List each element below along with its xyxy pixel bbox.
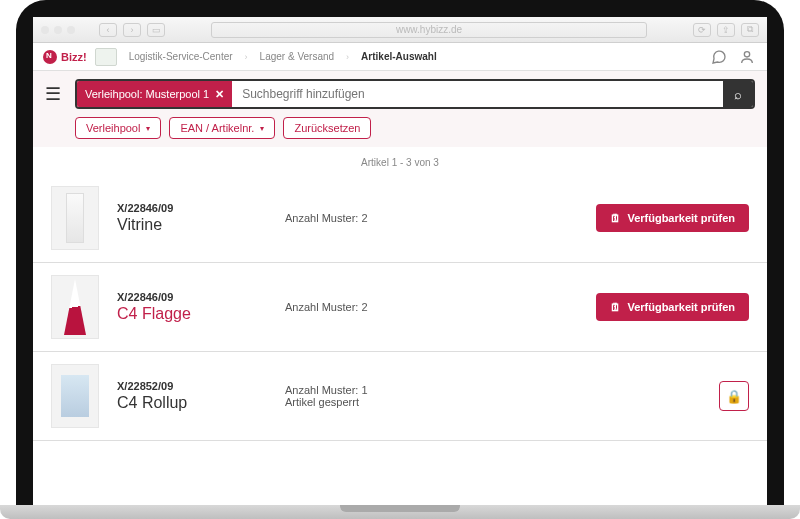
svg-point-0 bbox=[744, 51, 749, 56]
tabs-button[interactable]: ⧉ bbox=[741, 23, 759, 37]
filter-chip-label: Verleihpool: Musterpool 1 bbox=[85, 88, 209, 100]
search-button[interactable]: ⌕ bbox=[723, 81, 753, 107]
article-thumbnail[interactable] bbox=[51, 364, 99, 428]
check-availability-button[interactable]: 🗓 Verfügbarkeit prüfen bbox=[596, 204, 749, 232]
filter-reset[interactable]: Zurücksetzen bbox=[283, 117, 371, 139]
article-title[interactable]: Vitrine bbox=[117, 216, 267, 234]
article-thumbnail[interactable] bbox=[51, 275, 99, 339]
article-meta: Anzahl Muster: 1 Artikel gesperrt bbox=[285, 384, 701, 408]
back-button[interactable]: ‹ bbox=[99, 23, 117, 37]
brand-text: Bizz! bbox=[61, 51, 87, 63]
user-icon[interactable] bbox=[737, 47, 757, 67]
brand-logo[interactable]: Bizz! bbox=[43, 50, 87, 64]
book-button[interactable]: ▭ bbox=[147, 23, 165, 37]
reload-button[interactable]: ⟳ bbox=[693, 23, 711, 37]
article-title[interactable]: C4 Rollup bbox=[117, 394, 267, 412]
chevron-right-icon: › bbox=[245, 52, 248, 62]
search-input[interactable] bbox=[232, 81, 723, 107]
filter-chip-verleihpool[interactable]: Verleihpool: Musterpool 1 ✕ bbox=[77, 81, 232, 107]
menu-icon[interactable]: ☰ bbox=[45, 83, 61, 105]
article-meta: Anzahl Muster: 2 bbox=[285, 212, 578, 224]
locked-button[interactable]: 🔒 bbox=[719, 381, 749, 411]
article-sku: X/22846/09 bbox=[117, 202, 267, 214]
breadcrumb-1[interactable]: Logistik-Service-Center bbox=[125, 49, 237, 64]
filter-verleihpool[interactable]: Verleihpool ▾ bbox=[75, 117, 161, 139]
app-header: Bizz! Logistik-Service-Center › Lager & … bbox=[33, 43, 767, 71]
tenant-thumbnail[interactable] bbox=[95, 48, 117, 66]
check-availability-button[interactable]: 🗓 Verfügbarkeit prüfen bbox=[596, 293, 749, 321]
article-sku: X/22852/09 bbox=[117, 380, 267, 392]
magnifier-icon: ⌕ bbox=[734, 87, 742, 102]
breadcrumb-3: Artikel-Auswahl bbox=[357, 49, 441, 64]
brand-logo-icon bbox=[43, 50, 57, 64]
chevron-down-icon: ▾ bbox=[146, 124, 150, 133]
breadcrumb-2[interactable]: Lager & Versand bbox=[256, 49, 339, 64]
forward-button[interactable]: › bbox=[123, 23, 141, 37]
lock-icon: 🔒 bbox=[726, 389, 742, 404]
article-sku: X/22846/09 bbox=[117, 291, 267, 303]
article-title[interactable]: C4 Flagge bbox=[117, 305, 267, 323]
chat-icon[interactable] bbox=[709, 47, 729, 67]
article-row: X/22846/09 Vitrine Anzahl Muster: 2 🗓 Ve… bbox=[33, 174, 767, 263]
search-filter-panel: ☰ Verleihpool: Musterpool 1 ✕ ⌕ Verleihp… bbox=[33, 71, 767, 147]
article-thumbnail[interactable] bbox=[51, 186, 99, 250]
window-controls[interactable] bbox=[41, 26, 75, 34]
share-button[interactable]: ⇪ bbox=[717, 23, 735, 37]
result-count: Artikel 1 - 3 von 3 bbox=[33, 147, 767, 174]
chevron-right-icon: › bbox=[346, 52, 349, 62]
filter-ean[interactable]: EAN / Artikelnr. ▾ bbox=[169, 117, 275, 139]
article-row: X/22852/09 C4 Rollup Anzahl Muster: 1 Ar… bbox=[33, 352, 767, 441]
browser-toolbar: ‹ › ▭ www.hybizz.de ⟳ ⇪ ⧉ bbox=[33, 17, 767, 43]
article-meta: Anzahl Muster: 2 bbox=[285, 301, 578, 313]
search-bar: Verleihpool: Musterpool 1 ✕ ⌕ bbox=[75, 79, 755, 109]
url-text: www.hybizz.de bbox=[396, 24, 462, 35]
calendar-icon: 🗓 bbox=[610, 301, 621, 313]
calendar-icon: 🗓 bbox=[610, 212, 621, 224]
chevron-down-icon: ▾ bbox=[260, 124, 264, 133]
article-row: X/22846/09 C4 Flagge Anzahl Muster: 2 🗓 … bbox=[33, 263, 767, 352]
close-icon[interactable]: ✕ bbox=[215, 88, 224, 101]
address-bar[interactable]: www.hybizz.de bbox=[211, 22, 647, 38]
